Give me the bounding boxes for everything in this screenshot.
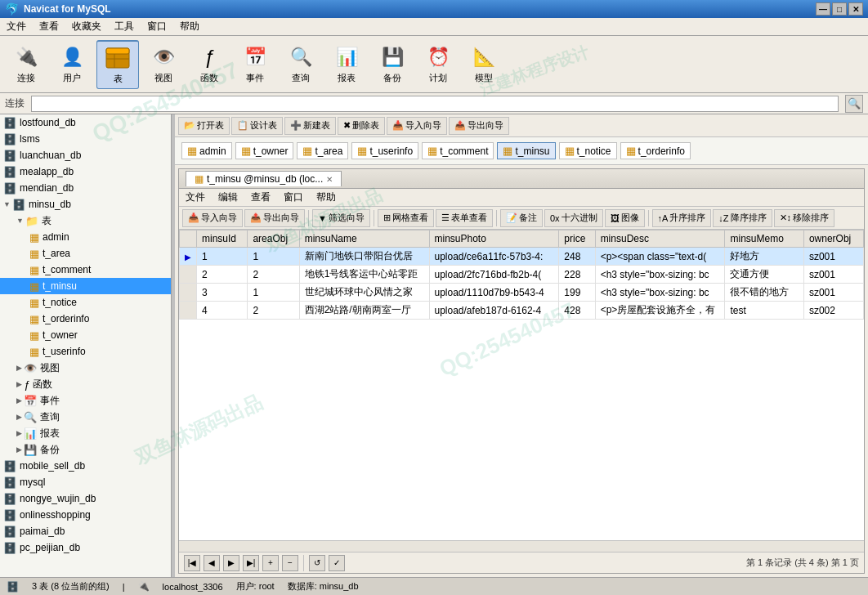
conn-search-input[interactable] <box>31 96 839 112</box>
image-btn[interactable]: 🖼 图像 <box>605 209 645 227</box>
tab-close-btn[interactable]: ✕ <box>326 175 333 184</box>
cell-areaObj[interactable]: 1 <box>248 248 299 266</box>
cell-areaObj[interactable]: 2 <box>248 266 299 284</box>
sidebar-item-luanchuan_db[interactable]: 🗄️ luanchuan_db <box>0 147 171 163</box>
sidebar-item-views[interactable]: ▶ 👁️ 视图 <box>0 360 171 376</box>
sidebar-item-paimai[interactable]: 🗄️ paimai_db <box>0 523 171 539</box>
cell-price[interactable]: 199 <box>559 284 595 302</box>
asc-sort-btn[interactable]: ↑A 升序排序 <box>652 209 712 227</box>
col-minsuDesc[interactable]: minsuDesc <box>595 230 725 248</box>
cell-minsuDesc[interactable]: <p>房屋配套设施齐全，有 <box>595 302 725 320</box>
cell-minsuPhoto[interactable]: upload/afeb187d-6162-4 <box>429 302 559 320</box>
sidebar-item-events[interactable]: ▶ 📅 事件 <box>0 392 171 409</box>
note-btn[interactable]: 📝 备注 <box>500 209 543 227</box>
sidebar-item-pc_peijian[interactable]: 🗄️ pc_peijian_db <box>0 539 171 556</box>
cell-price[interactable]: 248 <box>559 248 595 266</box>
cell-ownerObj[interactable]: sz001 <box>803 248 863 266</box>
cell-minsuName[interactable]: 地铁1号线客运中心站零距 <box>299 266 429 284</box>
table-list-item-t_minsu[interactable]: ▦ t_minsu <box>497 142 555 159</box>
cell-minsuPhoto[interactable]: upload/2fc716bd-fb2b-4( <box>429 266 559 284</box>
cell-minsuName[interactable]: 新南门地铁口带阳台优居 <box>299 248 429 266</box>
sidebar-item-onlines[interactable]: 🗄️ onlinesshopping <box>0 507 171 523</box>
sidebar-item-minsu_db[interactable]: ▼ 🗄️ minsu_db <box>0 196 171 212</box>
sidebar-item-t_owner[interactable]: ▦ t_owner <box>0 327 171 343</box>
cell-minsuMemo[interactable]: 好地方 <box>725 248 803 266</box>
desc-sort-btn[interactable]: ↓Z 降序排序 <box>713 209 772 227</box>
import-wizard-btn[interactable]: 📥 导入向导 <box>387 117 447 135</box>
data-grid[interactable]: minsuId areaObj minsuName minsuPhoto pri… <box>179 230 864 540</box>
hex-btn[interactable]: 0x 十六进制 <box>544 209 603 227</box>
table-row[interactable]: 4 2 西湖2站路/朝南两室一厅 upload/afeb187d-6162-4 … <box>180 302 864 320</box>
filter-btn[interactable]: ▼ 筛选向导 <box>312 209 370 227</box>
cell-ownerObj[interactable]: sz001 <box>803 284 863 302</box>
cell-minsuId[interactable]: 1 <box>197 248 248 266</box>
design-table-btn[interactable]: 📋 设计表 <box>231 117 283 135</box>
sidebar-item-mealapp_db[interactable]: 🗄️ mealapp_db <box>0 163 171 180</box>
nav-apply-btn[interactable]: ✓ <box>329 555 345 571</box>
data-menu-help[interactable]: 帮助 <box>310 189 342 206</box>
nav-prev-btn[interactable]: ◀ <box>204 555 220 571</box>
nav-add-btn[interactable]: + <box>262 555 279 571</box>
data-menu-window[interactable]: 窗口 <box>277 189 310 206</box>
menu-view[interactable]: 查看 <box>33 18 65 35</box>
cell-minsuId[interactable]: 2 <box>197 266 248 284</box>
sidebar-item-t_minsu[interactable]: ▦ t_minsu <box>0 278 171 294</box>
tool-report[interactable]: 📊 报表 <box>325 40 368 89</box>
tool-backup[interactable]: 💾 备份 <box>371 40 414 89</box>
table-list-item-t_notice[interactable]: ▦ t_notice <box>559 142 617 159</box>
cell-ownerObj[interactable]: sz002 <box>803 302 863 320</box>
grid-view-btn[interactable]: ⊞ 网格查看 <box>378 209 434 227</box>
table-row[interactable]: 2 2 地铁1号线客运中心站零距 upload/2fc716bd-fb2b-4(… <box>180 266 864 284</box>
table-list-item-admin[interactable]: ▦ admin <box>181 142 232 159</box>
h-scrollbar[interactable] <box>179 540 864 552</box>
data-window-tab[interactable]: ▦ t_minsu @minsu_db (loc... ✕ <box>186 171 342 186</box>
sidebar-item-t_userinfo[interactable]: ▦ t_userinfo <box>0 343 171 360</box>
col-minsuName[interactable]: minsuName <box>299 230 429 248</box>
sidebar-item-mysql[interactable]: 🗄️ mysql <box>0 474 171 490</box>
sidebar-item-nongye[interactable]: 🗄️ nongye_wujin_db <box>0 490 171 507</box>
sidebar-item-t_orderinfo[interactable]: ▦ t_orderinfo <box>0 311 171 327</box>
export-btn[interactable]: 📤 导出向导 <box>244 209 305 227</box>
menu-file[interactable]: 文件 <box>0 18 33 35</box>
remove-sort-btn[interactable]: ✕↕ 移除排序 <box>774 209 835 227</box>
cell-minsuPhoto[interactable]: upload/1110d7b9-b543-4 <box>429 284 559 302</box>
col-minsuId[interactable]: minsuId <box>197 230 248 248</box>
cell-minsuDesc[interactable]: <h3 style="box-sizing: bc <box>595 284 725 302</box>
conn-search-button[interactable]: 🔍 <box>845 95 863 113</box>
cell-minsuId[interactable]: 4 <box>197 302 248 320</box>
table-row[interactable]: 3 1 世纪城环球中心风情之家 upload/1110d7b9-b543-4 1… <box>180 284 864 302</box>
cell-minsuName[interactable]: 西湖2站路/朝南两室一厅 <box>299 302 429 320</box>
menu-window[interactable]: 窗口 <box>141 18 173 35</box>
nav-delete-btn[interactable]: − <box>282 555 298 571</box>
menu-help[interactable]: 帮助 <box>173 18 206 35</box>
nav-refresh-btn[interactable]: ↺ <box>309 555 325 571</box>
tool-query[interactable]: 🔍 查询 <box>280 40 322 89</box>
cell-minsuDesc[interactable]: <h3 style="box-sizing: bc <box>595 266 725 284</box>
sidebar-item-backups[interactable]: ▶ 💾 备份 <box>0 441 171 458</box>
cell-price[interactable]: 428 <box>559 302 595 320</box>
export-wizard-btn[interactable]: 📤 导出向导 <box>449 117 509 135</box>
col-areaObj[interactable]: areaObj <box>248 230 299 248</box>
col-minsuPhoto[interactable]: minsuPhoto <box>429 230 559 248</box>
menu-tools[interactable]: 工具 <box>108 18 141 35</box>
nav-first-btn[interactable]: |◀ <box>184 555 200 571</box>
sidebar-item-admin[interactable]: ▦ admin <box>0 229 171 245</box>
data-menu-view[interactable]: 查看 <box>244 189 277 206</box>
cell-areaObj[interactable]: 2 <box>248 302 299 320</box>
new-table-btn[interactable]: ➕ 新建表 <box>284 117 336 135</box>
form-view-btn[interactable]: ☰ 表单查看 <box>436 209 493 227</box>
cell-price[interactable]: 228 <box>559 266 595 284</box>
col-minsuMemo[interactable]: minsuMemo <box>725 230 803 248</box>
tool-event[interactable]: 📅 事件 <box>234 40 276 89</box>
delete-table-btn[interactable]: ✖ 删除表 <box>338 117 385 135</box>
cell-minsuId[interactable]: 3 <box>197 284 248 302</box>
tool-schedule[interactable]: ⏰ 计划 <box>417 40 459 89</box>
sidebar-item-lsms[interactable]: 🗄️ lsms <box>0 131 171 147</box>
table-list-item-t_orderinfo[interactable]: ▦ t_orderinfo <box>620 142 691 159</box>
sidebar-item-t_area[interactable]: ▦ t_area <box>0 245 171 262</box>
tool-table[interactable]: 表 <box>96 40 139 89</box>
tool-user[interactable]: 👤 用户 <box>51 40 93 89</box>
open-table-btn[interactable]: 📂 打开表 <box>178 117 230 135</box>
data-menu-file[interactable]: 文件 <box>179 189 212 206</box>
minimize-btn[interactable]: — <box>816 2 830 16</box>
